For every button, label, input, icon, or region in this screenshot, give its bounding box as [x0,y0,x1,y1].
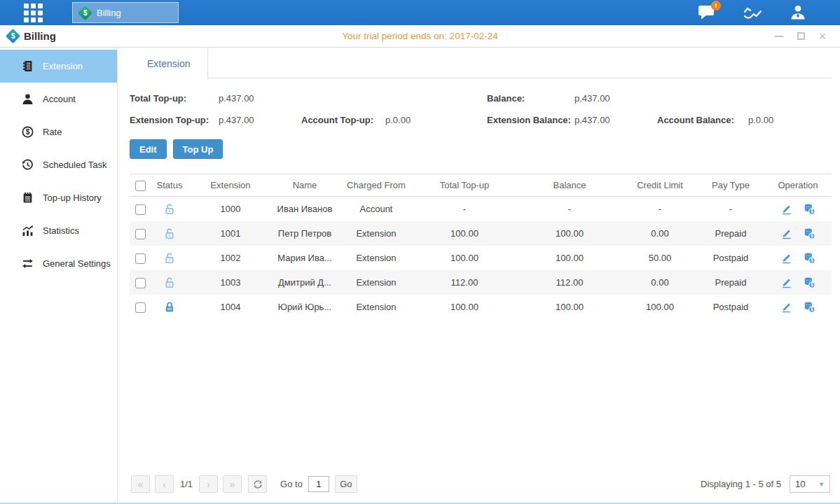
taskbar-billing-button[interactable]: $ Billing [72,2,179,23]
window-title: $ Billing [8,30,56,42]
page-indicator: 1/1 [180,479,193,489]
edit-row-icon[interactable] [780,276,792,288]
user-icon[interactable] [790,4,806,21]
first-page-button[interactable]: « [131,475,150,493]
cell-credit-limit: - [623,204,697,214]
col-total-topup: Total Top-up [413,180,516,190]
navbar-right-icons: ! [698,4,806,21]
prev-page-button[interactable]: ‹ [155,475,174,493]
top-up-row-icon[interactable]: $ [804,252,815,264]
sidebar-item-scheduled-task[interactable]: Scheduled Task [0,148,117,181]
cell-pay-type: Postpaid [697,253,764,263]
table-row: 1004 Юрий Юрь... Extension 100.00 100.00… [130,295,832,319]
top-up-row-icon[interactable]: $ [804,301,815,313]
page-size-select[interactable]: 10 ▼ [790,475,830,493]
cell-name: Юрий Юрь... [270,302,340,312]
refresh-icon [253,479,263,489]
refresh-button[interactable] [248,475,267,493]
sidebar-item-rate[interactable]: $ Rate [0,115,117,148]
cell-pay-type: Prepaid [697,228,764,239]
unlocked-icon[interactable] [163,203,176,216]
row-checkbox[interactable] [135,253,146,264]
last-page-button[interactable]: » [223,475,242,493]
select-all-checkbox[interactable] [135,181,146,191]
cell-extension: 1003 [191,277,270,288]
cell-total-topup: 100.00 [413,228,516,239]
app-launcher-icon[interactable] [24,4,43,22]
edit-row-icon[interactable] [780,301,792,313]
tab-strip: Extension [130,48,832,78]
cell-charged-from: Extension [340,228,413,239]
col-operation: Operation [764,180,832,190]
tab-extension[interactable]: Extension [130,48,208,79]
top-up-row-icon[interactable]: $ [804,276,815,288]
page-size-value: 10 [795,479,805,489]
sidebar-item-label: Scheduled Task [43,160,107,170]
displaying-text: Displaying 1 - 5 of 5 [701,479,781,489]
locked-icon[interactable] [163,301,176,314]
row-checkbox[interactable] [135,229,146,239]
unlocked-icon[interactable] [163,276,176,289]
table-header: Status Extension Name Charged From Total… [130,174,832,197]
table-body: 1000 Иван Иванов Account - - - - $ 1001 … [130,197,832,319]
sidebar-item-account[interactable]: Account [0,83,117,115]
edit-button[interactable]: Edit [130,139,167,159]
next-page-button[interactable]: › [199,475,218,493]
unlocked-icon[interactable] [163,252,176,265]
top-up-button[interactable]: Top Up [173,139,223,159]
cell-balance: 100.00 [516,253,623,263]
sidebar-item-statistics[interactable]: Statistics [0,214,117,247]
cell-credit-limit: 0.00 [623,277,697,288]
maximize-icon[interactable] [796,31,806,41]
account-balance-value: p.0.00 [748,115,773,125]
cell-charged-from: Extension [340,253,413,263]
balance-summary: Total Top-up: p.437.00 Extension Top-up:… [130,88,832,131]
col-credit-limit: Credit Limit [623,180,697,190]
taskbar-billing-label: Billing [97,8,121,18]
sidebar-item-topup-history[interactable]: Top-up History [0,181,117,214]
table-row: 1000 Иван Иванов Account - - - - $ [130,197,832,221]
sidebar-item-extension[interactable]: Extension [0,50,117,83]
svg-text:$: $ [811,258,813,263]
unlocked-icon[interactable] [163,227,176,240]
edit-row-icon[interactable] [780,227,792,239]
extension-icon [22,60,34,72]
row-checkbox[interactable] [135,204,146,215]
svg-text:$: $ [811,209,813,214]
billing-app-window: $ Billing ! $ Billing Your trial period … [0,0,840,504]
svg-text:$: $ [811,233,813,239]
account-topup-value: p.0.00 [385,115,411,125]
top-up-row-icon[interactable]: $ [804,227,815,239]
col-balance: Balance [516,180,623,190]
cell-extension: 1001 [191,228,270,239]
go-button[interactable]: Go [335,475,357,493]
total-topup-label: Total Top-up: [130,93,219,104]
billing-window-icon: $ [6,29,20,43]
edit-row-icon[interactable] [780,203,792,215]
goto-page-input[interactable] [308,476,329,492]
top-up-row-icon[interactable]: $ [804,203,815,215]
messages-icon[interactable]: ! [698,5,715,20]
sidebar-item-general-settings[interactable]: General Settings [0,247,117,280]
row-checkbox[interactable] [135,278,146,288]
col-status: Status [148,180,191,190]
statistics-icon [22,225,34,237]
general-settings-icon [22,258,34,270]
minimize-icon[interactable] [774,31,784,41]
table-row: 1002 Мария Ива... Extension 100.00 100.0… [130,246,832,270]
col-extension: Extension [191,180,270,190]
billing-app-icon: $ [78,5,92,20]
cell-total-topup: 100.00 [413,302,516,312]
row-checkbox[interactable] [135,302,146,313]
scheduled-task-icon [22,159,34,171]
account-icon [22,93,34,105]
cell-balance: 112.00 [516,277,623,288]
extension-balance-label: Extension Balance: [487,115,574,125]
edit-row-icon[interactable] [780,252,792,264]
balance-label: Balance: [487,93,574,104]
close-icon[interactable]: × [818,31,827,41]
extension-topup-value: p.437.00 [219,115,301,125]
resource-monitor-icon[interactable] [743,5,762,20]
sidebar-item-label: Top-up History [43,192,102,203]
pagination-bar: « ‹ 1/1 › » Go to Go Displaying 1 - 5 of… [130,475,832,503]
